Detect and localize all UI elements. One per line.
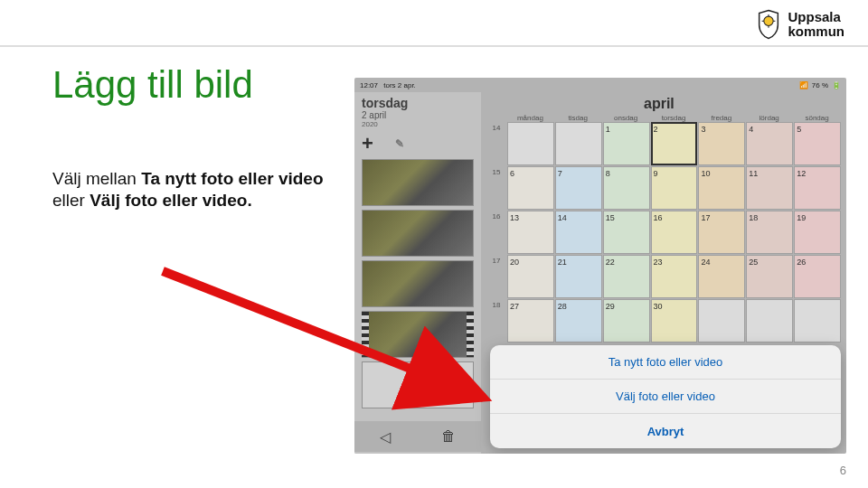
calendar-cell[interactable]: 16: [651, 211, 698, 254]
week-number: 16: [486, 211, 506, 254]
calendar-cell[interactable]: 1: [603, 122, 650, 165]
status-right: 📶 76 % 🔋: [799, 81, 841, 89]
week-number: 17: [486, 255, 506, 298]
status-left: 12:07 tors 2 apr.: [360, 81, 416, 89]
body-bold-1: Ta nytt foto eller video: [141, 169, 323, 188]
action-take-photo[interactable]: Ta nytt foto eller video: [490, 345, 841, 380]
thumbnail-list: [354, 159, 481, 408]
calendar-grid: 1412345156789101112161314151617181917202…: [481, 122, 846, 343]
status-time: 12:07: [360, 81, 378, 89]
calendar-cell: [746, 299, 793, 343]
action-cancel[interactable]: Avbryt: [490, 414, 841, 448]
status-date: tors 2 apr.: [383, 81, 416, 89]
week-number: 18: [486, 299, 506, 343]
weekday-label: tisdag: [554, 114, 602, 122]
weekday-label: onsdag: [602, 114, 650, 122]
edit-icon[interactable]: ✎: [395, 137, 404, 150]
photo-thumb[interactable]: [362, 210, 474, 257]
day-panel-footer: ◁ 🗑: [354, 421, 481, 452]
ipad-screenshot: 12:07 tors 2 apr. 📶 76 % 🔋 torsdag 2 apr…: [354, 78, 846, 454]
calendar-cell[interactable]: 5: [794, 122, 841, 165]
calendar-cell: [555, 122, 602, 165]
uppsala-crest-icon: [755, 9, 782, 40]
calendar-cell[interactable]: 14: [555, 211, 602, 254]
slide-body: Välj mellan Ta nytt foto eller video ell…: [52, 168, 324, 211]
calendar-cell[interactable]: 30: [651, 299, 698, 343]
calendar-cell: [794, 299, 841, 343]
calendar-cell[interactable]: 25: [746, 255, 793, 298]
body-bold-2: Välj foto eller video.: [90, 191, 252, 210]
wifi-icon: 📶: [799, 81, 808, 89]
day-panel: torsdag 2 april 2020 + ✎ ◁ 🗑: [354, 92, 481, 454]
calendar-header: april: [481, 92, 846, 114]
calendar-cell[interactable]: 26: [794, 255, 841, 298]
battery-percent: 76 %: [812, 81, 828, 89]
slide-title: Lägg till bild: [52, 63, 253, 107]
weekday-label: fredag: [697, 114, 745, 122]
page-number: 6: [840, 464, 846, 477]
day-header: torsdag 2 april 2020: [354, 92, 481, 130]
calendar-cell[interactable]: 9: [651, 166, 698, 210]
action-choose-photo[interactable]: Välj foto eller video: [490, 380, 841, 414]
weekday-label: måndag: [506, 114, 554, 122]
week-number: 14: [486, 122, 506, 165]
calendar-cell[interactable]: 15: [603, 211, 650, 254]
photo-thumb[interactable]: [362, 159, 474, 206]
calendar-cell[interactable]: 27: [507, 299, 554, 343]
status-bar: 12:07 tors 2 apr. 📶 76 % 🔋: [354, 78, 846, 92]
empty-thumb[interactable]: [362, 361, 474, 408]
calendar-cell[interactable]: 10: [698, 166, 745, 210]
calendar-cell[interactable]: 23: [651, 255, 698, 298]
add-button[interactable]: +: [362, 132, 373, 155]
header-divider: [0, 45, 868, 47]
week-number: 15: [486, 166, 506, 210]
photo-thumb[interactable]: [362, 260, 474, 307]
calendar-cell[interactable]: 28: [555, 299, 602, 343]
calendar-cell[interactable]: 17: [698, 211, 745, 254]
brand-line1: Uppsala: [788, 10, 844, 24]
body-mid: eller: [52, 191, 90, 210]
calendar-cell[interactable]: 18: [746, 211, 793, 254]
calendar-cell[interactable]: 20: [507, 255, 554, 298]
calendar-cell[interactable]: 24: [698, 255, 745, 298]
weekday-row: måndag tisdag onsdag torsdag fredag lörd…: [481, 114, 846, 122]
trash-icon[interactable]: 🗑: [441, 428, 456, 445]
month-label: april: [644, 96, 675, 112]
calendar-cell[interactable]: 21: [555, 255, 602, 298]
svg-point-0: [764, 16, 773, 25]
day-date: 2 april: [362, 110, 474, 120]
day-weekday: torsdag: [362, 96, 474, 110]
calendar-cell[interactable]: 12: [794, 166, 841, 210]
calendar-cell[interactable]: 11: [746, 166, 793, 210]
calendar-cell[interactable]: 22: [603, 255, 650, 298]
brand-logo: Uppsala kommun: [755, 9, 844, 40]
calendar-cell[interactable]: 4: [746, 122, 793, 165]
action-sheet: Ta nytt foto eller video Välj foto eller…: [490, 345, 841, 448]
video-thumb[interactable]: [362, 311, 474, 358]
calendar-cell[interactable]: 8: [603, 166, 650, 210]
calendar-cell[interactable]: 3: [698, 122, 745, 165]
calendar-cell[interactable]: 29: [603, 299, 650, 343]
calendar-cell[interactable]: 13: [507, 211, 554, 254]
weekday-label: torsdag: [650, 114, 698, 122]
brand-text: Uppsala kommun: [788, 10, 844, 39]
calendar-cell[interactable]: 19: [794, 211, 841, 254]
battery-icon: 🔋: [832, 81, 841, 89]
weekday-label: söndag: [793, 114, 841, 122]
weekday-label: lördag: [745, 114, 793, 122]
calendar-cell: [507, 122, 554, 165]
add-row: + ✎: [354, 130, 481, 159]
brand-line2: kommun: [788, 24, 844, 39]
calendar-cell: [698, 299, 745, 343]
calendar-cell[interactable]: 6: [507, 166, 554, 210]
back-icon[interactable]: ◁: [380, 428, 391, 446]
calendar-cell[interactable]: 7: [555, 166, 602, 210]
body-prefix: Välj mellan: [52, 169, 141, 188]
day-year: 2020: [362, 120, 474, 128]
calendar-cell[interactable]: 2: [651, 122, 698, 165]
